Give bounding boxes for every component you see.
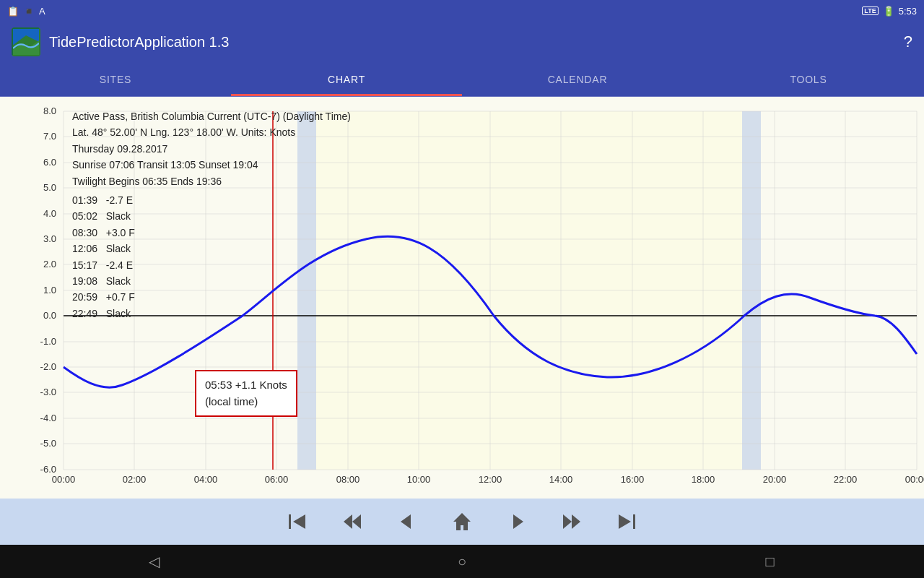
svg-text:00:00: 00:00 (905, 474, 924, 485)
svg-text:2.0: 2.0 (43, 259, 56, 269)
nav-bar (0, 499, 924, 545)
svg-marker-71 (563, 514, 572, 529)
svg-text:0.0: 0.0 (43, 310, 56, 321)
svg-marker-66 (344, 514, 352, 529)
app-bar: TidePredictorApplication 1.3 ? (0, 22, 924, 62)
android-recent-button[interactable]: □ (749, 553, 792, 570)
prev-fast-button[interactable] (336, 506, 368, 538)
app-logo (12, 27, 40, 56)
svg-text:6.0: 6.0 (43, 157, 56, 168)
svg-marker-67 (352, 514, 361, 529)
notification-icon: 📋 (7, 6, 19, 17)
tab-tools[interactable]: TOOLS (693, 62, 924, 96)
svg-text:5.0: 5.0 (43, 182, 56, 193)
svg-text:-5.0: -5.0 (40, 438, 56, 449)
clock: 5:53 (899, 6, 917, 17)
tab-chart[interactable]: CHART (231, 62, 462, 96)
back-button[interactable] (391, 506, 423, 538)
chart-svg: 8.0 7.0 6.0 5.0 4.0 3.0 2.0 1.0 0.0 -1.0… (0, 97, 924, 499)
forward-button[interactable] (501, 506, 533, 538)
svg-marker-68 (401, 514, 411, 529)
svg-text:8.0: 8.0 (43, 105, 56, 116)
home-button[interactable] (446, 506, 478, 538)
svg-text:12:00: 12:00 (479, 474, 502, 485)
svg-text:18:00: 18:00 (692, 474, 715, 485)
svg-text:06:00: 06:00 (265, 474, 289, 485)
android-nav: ◁ ○ □ (0, 545, 924, 578)
svg-text:-4.0: -4.0 (40, 413, 56, 423)
svg-text:16:00: 16:00 (621, 474, 645, 485)
svg-text:1.0: 1.0 (43, 285, 56, 296)
svg-text:22:00: 22:00 (834, 474, 858, 485)
svg-text:-6.0: -6.0 (40, 464, 56, 475)
svg-text:4.0: 4.0 (43, 208, 56, 219)
svg-text:-1.0: -1.0 (40, 336, 56, 347)
next-fast-button[interactable] (556, 506, 588, 538)
svg-rect-64 (289, 514, 291, 529)
svg-text:7.0: 7.0 (43, 131, 56, 142)
status-right-icons: LTE 🔋 5:53 (862, 6, 917, 17)
svg-rect-73 (633, 514, 635, 529)
lte-icon: LTE (862, 7, 878, 15)
svg-text:04:00: 04:00 (194, 474, 218, 485)
svg-text:-3.0: -3.0 (40, 387, 56, 397)
first-button[interactable] (282, 506, 313, 538)
app-icon-small: A (39, 6, 45, 17)
android-back-button[interactable]: ◁ (132, 553, 175, 570)
status-left-icons: 📋 ◾ A (7, 6, 45, 17)
tab-calendar[interactable]: CALENDAR (462, 62, 693, 96)
chart-container[interactable]: 8.0 7.0 6.0 5.0 4.0 3.0 2.0 1.0 0.0 -1.0… (0, 97, 924, 499)
svg-text:10:00: 10:00 (407, 474, 431, 485)
svg-marker-74 (619, 514, 631, 529)
svg-text:14:00: 14:00 (549, 474, 573, 485)
tab-sites[interactable]: SITES (0, 62, 231, 96)
svg-text:02:00: 02:00 (123, 474, 147, 485)
svg-marker-65 (293, 514, 305, 529)
svg-text:3.0: 3.0 (43, 233, 56, 244)
svg-marker-70 (513, 514, 523, 529)
svg-text:20:00: 20:00 (763, 474, 787, 485)
status-bar: 📋 ◾ A LTE 🔋 5:53 (0, 0, 924, 22)
svg-text:-2.0: -2.0 (40, 361, 56, 372)
last-button[interactable] (611, 506, 642, 538)
svg-text:08:00: 08:00 (336, 474, 360, 485)
help-icon[interactable]: ? (904, 33, 912, 51)
tab-bar: SITES CHART CALENDAR TOOLS (0, 62, 924, 97)
android-home-button[interactable]: ○ (440, 553, 484, 570)
wifi-icon: ◾ (23, 6, 35, 17)
svg-marker-69 (453, 513, 471, 530)
battery-icon: 🔋 (883, 6, 894, 17)
svg-marker-72 (572, 514, 580, 529)
app-title: TidePredictorApplication 1.3 (49, 34, 904, 51)
svg-text:00:00: 00:00 (52, 474, 76, 485)
